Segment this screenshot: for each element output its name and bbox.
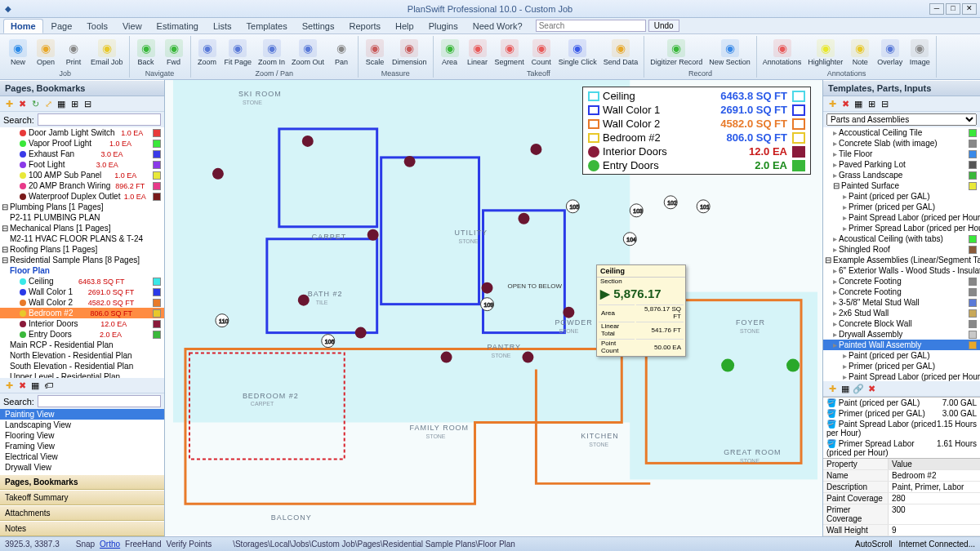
tree-item[interactable]: Wall Color 12691.0 SQ FT [0,287,164,297]
template-item[interactable]: ▸2x6 Stud Wall [823,308,980,318]
menu-tab-page[interactable]: Page [45,20,79,33]
menu-tab-lists[interactable]: Lists [207,20,238,33]
menu-tab-need-work-[interactable]: Need Work? [466,20,529,33]
ribbon-highlighter-button[interactable]: ◉Highlighter [805,36,845,69]
template-item[interactable]: ▸Concrete Block Wall [823,318,980,329]
tree-item[interactable]: ⊟Residential Sample Plans [8 Pages] [0,255,164,265]
properties-table[interactable]: PropertyValueNameBedroom #2DescriptionPa… [823,458,980,536]
ribbon-segment-button[interactable]: ◉Segment [492,36,527,69]
property-row[interactable]: Primer Coverage300 [823,504,980,525]
close-button[interactable]: ✕ [962,3,977,15]
menu-tab-home[interactable]: Home [3,19,43,33]
add-icon[interactable]: ✚ [3,98,15,109]
templates-tree[interactable]: ▸Accoustical Ceiling Tile▸Concrete Slab … [823,127,980,381]
tree-item[interactable]: Foot Light3.0 EA [0,159,164,170]
link-icon[interactable]: 🔗 [853,383,864,394]
tree-item[interactable]: Wall Color 24582.0 SQ FT [0,297,164,308]
snap-verify points[interactable]: Verify Points [167,540,212,549]
add-icon[interactable]: ✚ [3,380,15,391]
ribbon-digitizer-record-button[interactable]: ◉Digitizer Record [648,36,705,69]
grid-icon[interactable]: ▦ [840,383,851,394]
delete-icon[interactable]: ✖ [16,98,28,109]
undo-button[interactable]: Undo [648,20,679,32]
delete-icon[interactable]: ✖ [16,380,28,391]
menu-tab-help[interactable]: Help [389,20,421,33]
tree-item[interactable]: Vapor Proof Light1.0 EA [0,138,164,149]
menu-tab-templates[interactable]: Templates [240,20,294,33]
ribbon-print-button[interactable]: ◉Print [60,36,87,69]
template-item[interactable]: ▸Primer (priced per GAL) [823,202,980,212]
ribbon-zoom-out-button[interactable]: ◉Zoom Out [289,36,327,69]
template-item[interactable]: ▸Concrete Footing [823,276,980,287]
tree-item[interactable]: Interior Doors12.0 EA [0,318,164,329]
tree-item[interactable]: Waterproof Duplex Outlet1.0 EA [0,191,164,202]
template-item[interactable]: ▸6" Exterior Walls - Wood Studs - Insula… [823,265,980,276]
ribbon-fit-page-button[interactable]: ◉Fit Page [222,36,255,69]
ribbon-back-button[interactable]: ◉Back [133,36,159,69]
template-item[interactable]: ▸Primer Spread Labor (priced per Hour) [823,223,980,233]
ribbon-dimension-button[interactable]: ◉Dimension [390,36,430,69]
ribbon-fwd-button[interactable]: ◉Fwd [161,36,187,69]
property-row[interactable]: NameBedroom #2 [823,470,980,482]
menu-tab-view[interactable]: View [116,20,149,33]
ribbon-note-button[interactable]: ◉Note [847,36,873,69]
tree-item[interactable]: ⊟Roofing Plans [1 Pages] [0,244,164,255]
accordion-pages-bookmarks[interactable]: Pages, Bookmarks [0,474,164,490]
tag-icon[interactable]: 🏷 [42,380,54,391]
ribbon-zoom-button[interactable]: ◉Zoom [194,36,220,69]
tree-item[interactable]: Door Jamb Light Switch1.0 EA [0,127,164,138]
ribbon-scale-button[interactable]: ◉Scale [362,36,388,69]
tree-item[interactable]: M2-11 HVAC FLOOR PLANS & T-24 [0,233,164,244]
expand-icon[interactable]: ⊟ [879,98,890,109]
view-item[interactable]: Drywall View [0,462,164,473]
property-row[interactable]: Wall Height9 [823,525,980,536]
menu-tab-plugins[interactable]: Plugins [422,20,465,33]
template-item[interactable]: ▸Paved Parking Lot [823,159,980,170]
template-item[interactable]: ▸Accoustical Ceiling Tile [823,127,980,138]
tree-item[interactable]: 100 AMP Sub Panel1.0 EA [0,170,164,180]
template-item[interactable]: ▸3-5/8" Metal Stud Wall [823,297,980,308]
menu-tab-estimating[interactable]: Estimating [150,20,205,33]
tree-item[interactable]: ⊟Mechanical Plans [1 Pages] [0,223,164,233]
snap-ortho[interactable]: Ortho [100,540,120,549]
menu-tab-tools[interactable]: Tools [80,20,114,33]
ribbon-send-data-button[interactable]: ◉Send Data [601,36,641,69]
template-item[interactable]: ▸Drywall Assembly [823,329,980,340]
tree-item[interactable]: Main RCP - Residential Plan [0,340,164,350]
menu-tab-reports[interactable]: Reports [342,20,387,33]
grid-icon[interactable]: ▦ [853,98,864,109]
property-row[interactable]: Paint Coverage280 [823,493,980,504]
ribbon-new-button[interactable]: ◉New [5,36,31,69]
maximize-button[interactable]: □ [946,3,960,15]
ribbon-overlay-button[interactable]: ◉Overlay [875,36,905,69]
snap-snap[interactable]: Snap [76,540,95,549]
ribbon-open-button[interactable]: ◉Open [33,36,59,69]
delete-icon[interactable]: ✖ [866,383,877,394]
tree-item[interactable]: Bedroom #2806.0 SQ FT [0,308,164,318]
props-icon[interactable]: ▦ [29,380,41,391]
template-item[interactable]: ▸Grass Landscape [823,170,980,180]
tree-item[interactable]: Ceiling6463.8 SQ FT [0,276,164,287]
view-item[interactable]: Painting View [0,409,164,420]
ribbon-count-button[interactable]: ◉Count [528,36,555,69]
left-search-input[interactable] [38,113,161,126]
ribbon-email-job-button[interactable]: ◉Email Job [88,36,126,69]
tree-item[interactable]: Entry Doors2.0 EA [0,329,164,340]
template-item[interactable]: ▸Paint Spread Labor (priced per Hour) [823,212,980,223]
template-item[interactable]: ▸Painted Wall Assembly [823,340,980,350]
views-list[interactable]: Painting ViewLandscaping ViewFlooring Vi… [0,409,164,474]
tree-item[interactable]: 20 AMP Branch Wiring896.2 FT [0,180,164,191]
accordion-takeoff-summary[interactable]: Takeoff Summary [0,490,164,505]
template-item[interactable]: ▸Paint (priced per GAL) [823,191,980,202]
template-item[interactable]: ▸Shingled Roof [823,244,980,255]
tree-item[interactable]: South Elevation - Residential Plan [0,361,164,371]
ribbon-annotations-button[interactable]: ◉Annotations [760,36,804,69]
minimize-button[interactable]: ─ [929,3,944,15]
collapse-icon[interactable]: ⊞ [69,98,80,109]
parts-combo[interactable]: Parts and Assemblies [826,113,977,126]
ribbon-new-section-button[interactable]: ◉New Section [706,36,753,69]
ribbon-single-click-button[interactable]: ◉Single Click [556,36,599,69]
menu-tab-settings[interactable]: Settings [296,20,341,33]
ribbon-area-button[interactable]: ◉Area [437,36,463,69]
delete-icon[interactable]: ✖ [840,98,851,109]
